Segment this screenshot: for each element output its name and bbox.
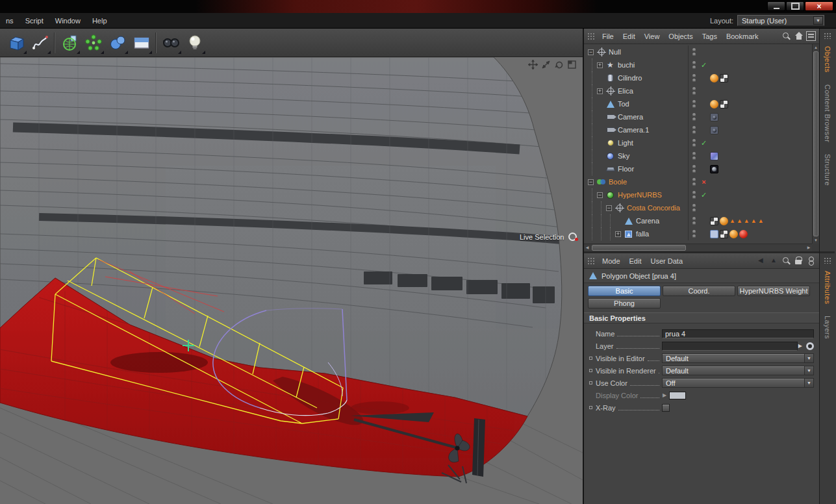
tab-coord[interactable]: Coord. [663,286,735,296]
name-input[interactable] [662,329,814,338]
goggles-tool[interactable] [158,31,183,55]
editor-visibility-dot[interactable] [692,217,696,220]
sel-tag-icon[interactable] [710,230,718,238]
render-visibility-dot[interactable] [692,195,696,199]
editor-visibility-dot[interactable] [692,204,696,207]
camera-tag-icon[interactable] [710,126,718,134]
tab-hypernurbs-weight[interactable]: HyperNURBS Weight [737,286,810,296]
menu-window[interactable]: Window [49,17,86,25]
render-visibility-dot[interactable] [692,53,696,56]
expander-plus-icon[interactable]: + [597,62,603,68]
display-color-swatch[interactable] [669,392,686,399]
tree-row-light[interactable]: Light✓ [588,136,812,149]
rotate-view-icon[interactable] [554,60,564,69]
dolly-view-icon[interactable] [541,60,551,69]
tri-tag-icon[interactable]: ▲ [751,217,757,225]
layout-dropdown[interactable]: Startup (User) ▼ [737,15,824,26]
search-icon[interactable] [781,31,791,41]
side-tab-structure[interactable]: Structure [824,154,831,186]
tex-sky-tag-icon[interactable] [710,152,718,160]
visibility-dots[interactable] [688,123,699,136]
enable-state-check-icon[interactable]: ✓ [699,61,709,69]
editor-visibility-dot[interactable] [692,87,696,90]
tri-tag-icon[interactable]: ▲ [758,217,764,225]
expander-plus-icon[interactable]: + [615,231,621,237]
minimize-button[interactable] [767,1,785,11]
lock-icon[interactable] [794,256,804,266]
layer-menu-arrow-icon[interactable]: ▶ [798,343,802,349]
editor-visibility-dot[interactable] [692,48,696,51]
expander-minus-icon[interactable]: − [588,179,594,185]
maximize-button[interactable] [786,1,804,11]
tex-floor-tag-icon[interactable] [710,165,718,173]
render-visibility-dot[interactable] [692,66,696,69]
phong-tag-icon[interactable] [729,230,738,238]
tree-row-buchi[interactable]: +★buchi✓ [588,58,812,71]
render-visibility-dot[interactable] [692,79,696,82]
visibility-dots[interactable] [688,71,699,84]
visibility-dots[interactable] [688,201,699,214]
view-options-icon[interactable] [806,31,816,41]
checker-tag-icon[interactable] [720,74,728,82]
scroll-down-icon[interactable]: ▼ [813,237,819,244]
visibility-dots[interactable] [688,84,699,97]
pan-view-icon[interactable] [528,60,538,69]
visibility-dots[interactable] [688,97,699,110]
home-icon[interactable] [794,31,804,41]
expander-plus-icon[interactable]: + [597,88,603,94]
panel-grip-icon[interactable] [587,32,594,40]
render-visibility-dot[interactable] [692,105,696,108]
visibility-dots[interactable] [688,175,699,188]
tree-row-camera[interactable]: Camera [588,110,812,123]
tree-row-null[interactable]: −Null [588,45,812,58]
tree-row-floor[interactable]: Floor [588,162,812,175]
menu-script[interactable]: Script [19,17,49,25]
visibility-dots[interactable] [688,227,699,240]
editor-visibility-dot[interactable] [692,74,696,77]
am-menu-user-data[interactable]: User Data [646,257,688,265]
visibility-dots[interactable] [688,188,699,201]
side-tab-objects[interactable]: Objects [824,46,831,73]
horizontal-scrollbar[interactable]: ◀ ▶ [584,244,812,251]
render-visibility-dot[interactable] [692,208,696,212]
phong-tag-icon[interactable] [720,217,728,225]
panel-grip-icon[interactable] [824,32,831,39]
object-tree[interactable]: −Null+★buchi✓Cilindro+ElicaTodCameraCame… [584,44,812,244]
metaball-tool[interactable] [105,31,129,55]
editor-visibility-dot[interactable] [692,100,696,103]
scroll-left-icon[interactable]: ◀ [584,244,590,251]
viewport-canvas[interactable] [0,57,583,504]
checker-tag-icon[interactable] [710,217,718,225]
ball-red-tag-icon[interactable] [739,230,748,238]
expander-minus-icon[interactable]: − [597,192,603,198]
draw-spline-tool[interactable] [28,31,52,55]
tab-basic[interactable]: Basic [588,286,661,296]
render-visibility-dot[interactable] [692,157,696,160]
render-visibility-dot[interactable] [692,221,696,225]
viewport[interactable]: Live Selection [0,57,583,504]
render-visibility-dot[interactable] [692,118,696,121]
visible-in-renderer-dropdown[interactable]: Default▼ [662,366,814,375]
layer-input[interactable] [662,342,798,351]
tree-row-cilindro[interactable]: Cilindro [588,71,812,84]
menu-help[interactable]: Help [86,17,113,25]
tree-row-elica[interactable]: +Elica [588,84,812,97]
light-tool[interactable] [183,31,207,55]
tree-row-carena[interactable]: Carena▲▲▲▲▲ [588,214,812,227]
am-menu-mode[interactable]: Mode [598,257,625,265]
editor-visibility-dot[interactable] [692,178,696,181]
tri-tag-icon[interactable]: ▲ [729,217,735,225]
visibility-dots[interactable] [688,214,699,227]
panel-grip-icon[interactable] [824,257,831,264]
editor-visibility-dot[interactable] [692,61,696,64]
enable-state-check-icon[interactable]: ✓ [699,139,709,147]
editor-visibility-dot[interactable] [692,152,696,155]
menu-ns[interactable]: ns [0,17,19,25]
render-visibility-dot[interactable] [692,183,696,186]
om-menu-file[interactable]: File [598,32,618,40]
editor-visibility-dot[interactable] [692,165,696,168]
up-icon[interactable] [769,256,779,266]
scroll-up-icon[interactable]: ▲ [813,44,819,51]
tree-row-falla[interactable]: +falla [588,227,812,240]
editor-visibility-dot[interactable] [692,230,696,233]
